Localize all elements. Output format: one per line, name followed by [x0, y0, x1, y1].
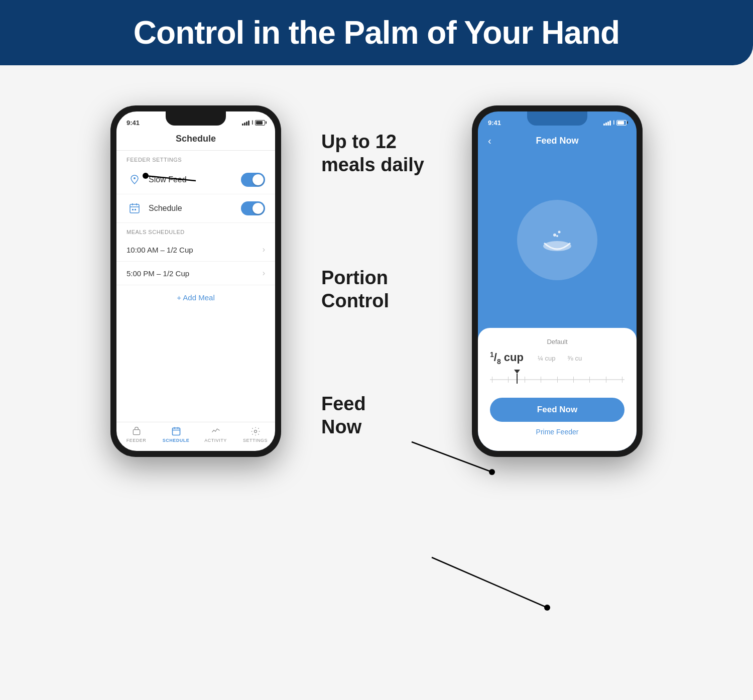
signal-icon [242, 120, 249, 126]
svg-point-22 [489, 469, 495, 475]
battery-fill-2 [617, 121, 624, 125]
settings-section: FEEDER SETTINGS Slow Feed [116, 151, 275, 422]
chevron-1: › [263, 245, 265, 254]
page-title: Control in the Palm of Your Hand [30, 14, 723, 51]
tick-9 [622, 377, 622, 383]
indicator-line [517, 374, 518, 384]
screen-title-1: Schedule [116, 130, 275, 151]
meal-row-1[interactable]: 10:00 AM – 1/2 Cup › [116, 238, 275, 262]
schedule-toggle[interactable] [241, 201, 265, 215]
svg-rect-5 [132, 209, 134, 210]
bowl-area [478, 152, 637, 328]
nav-activity-label: ACTIVITY [204, 438, 227, 443]
status-icons-2: Ⅰ [603, 120, 626, 126]
bowl-circle [517, 200, 597, 280]
up-to-12-text: Up to 12meals daily [321, 131, 424, 176]
feed-now-bottom: Default 1/8 cup ¼ cup ³⁄₈ cu [478, 328, 637, 451]
portion-row: 1/8 cup ¼ cup ³⁄₈ cu [490, 351, 624, 366]
feed-now-button[interactable]: Feed Now [490, 398, 624, 422]
slow-feed-toggle[interactable] [241, 173, 265, 187]
tick-1 [492, 377, 492, 383]
svg-rect-1 [130, 204, 139, 213]
signal-bar-2-1 [603, 124, 605, 126]
status-icons-1: Ⅰ [242, 120, 265, 126]
phone2-screen: 9:41 Ⅰ ‹ Feed Now [478, 111, 637, 451]
nav-schedule[interactable]: SCHEDULE [156, 426, 196, 443]
svg-rect-7 [133, 430, 140, 435]
signal-bar-2-2 [605, 123, 607, 126]
back-arrow[interactable]: ‹ [488, 135, 491, 147]
svg-rect-8 [172, 428, 180, 435]
slow-feed-row: Slow Feed [116, 166, 275, 194]
nav-settings[interactable]: SETTINGS [235, 426, 275, 443]
time-2: 9:41 [488, 119, 501, 127]
slider-ticks [490, 377, 624, 383]
meals-scheduled-label: MEALS SCHEDULED [116, 223, 275, 238]
tick-5 [557, 377, 558, 383]
battery-icon-2 [616, 120, 626, 126]
meal-time-2: 5:00 PM – 1/2 Cup [127, 269, 189, 278]
schedule-row: Schedule [116, 194, 275, 223]
notch-2 [527, 111, 587, 126]
phone-schedule: 9:41 Ⅰ Schedule FEEDER SETTINGS [110, 105, 281, 457]
signal-icon-2 [603, 120, 611, 126]
prime-feeder-link[interactable]: Prime Feeder [490, 428, 624, 436]
signal-bar-1 [242, 124, 243, 126]
bowl-icon [537, 220, 577, 260]
nav-activity[interactable]: ACTIVITY [196, 426, 235, 443]
wifi-icon-2: Ⅰ [613, 120, 614, 126]
signal-bar-2-3 [607, 122, 609, 126]
svg-rect-6 [135, 209, 136, 210]
nav-schedule-label: SCHEDULE [163, 438, 190, 443]
slider-indicator [514, 370, 520, 384]
time-1: 9:41 [127, 119, 140, 127]
nav-feeder[interactable]: FEEDER [116, 426, 156, 443]
phone-feed-now: 9:41 Ⅰ ‹ Feed Now [472, 105, 643, 457]
tick-3 [525, 377, 525, 383]
indicator-arrow [514, 370, 520, 374]
signal-bar-2-4 [609, 121, 611, 126]
svg-point-14 [553, 234, 556, 237]
tick-7 [589, 377, 590, 383]
annotation-column: Up to 12meals daily PortionControl FeedN… [321, 90, 432, 439]
signal-bar-2 [244, 123, 245, 126]
chevron-2: › [263, 269, 265, 278]
portion-main: 1/8 cup [490, 351, 524, 366]
feeder-settings-label: FEEDER SETTINGS [116, 151, 275, 166]
default-label: Default [490, 338, 624, 345]
phone1-screen: 9:41 Ⅰ Schedule FEEDER SETTINGS [116, 111, 275, 451]
battery-icon [255, 120, 265, 126]
schedule-label: Schedule [149, 204, 235, 213]
svg-point-15 [558, 231, 561, 234]
notch [166, 111, 226, 126]
slider-area [490, 370, 624, 390]
feed-now-header: ‹ Feed Now [478, 130, 637, 152]
header-banner: Control in the Palm of Your Hand [0, 0, 753, 65]
main-content: 9:41 Ⅰ Schedule FEEDER SETTINGS [0, 65, 753, 457]
svg-point-0 [134, 177, 136, 179]
portion-control-text: PortionControl [321, 267, 389, 312]
wifi-icon: Ⅰ [252, 120, 253, 126]
add-meal-button[interactable]: + Add Meal [116, 285, 275, 310]
battery-fill [256, 121, 263, 125]
slow-feed-label: Slow Feed [149, 175, 235, 184]
bottom-nav: FEEDER SCHEDULE ACTIVITY [116, 422, 275, 451]
signal-bar-4 [248, 121, 249, 126]
tick-4 [541, 377, 541, 383]
signal-bar-3 [246, 122, 247, 126]
svg-point-20 [544, 605, 550, 611]
nav-settings-label: SETTINGS [243, 438, 268, 443]
svg-point-16 [556, 235, 558, 237]
portion-quarter: ¼ cup [538, 355, 555, 362]
svg-line-19 [432, 557, 547, 608]
portion-three-eighths: ³⁄₈ cu [567, 355, 582, 362]
meal-row-2[interactable]: 5:00 PM – 1/2 Cup › [116, 262, 275, 285]
tick-6 [573, 377, 574, 383]
meal-time-1: 10:00 AM – 1/2 Cup [127, 246, 193, 254]
nav-feeder-label: FEEDER [127, 438, 147, 443]
svg-point-12 [254, 430, 257, 433]
feed-now-text: FeedNow [321, 393, 366, 438]
slow-feed-icon [127, 172, 143, 188]
tick-2 [508, 377, 509, 383]
feed-now-title: Feed Now [536, 136, 578, 146]
